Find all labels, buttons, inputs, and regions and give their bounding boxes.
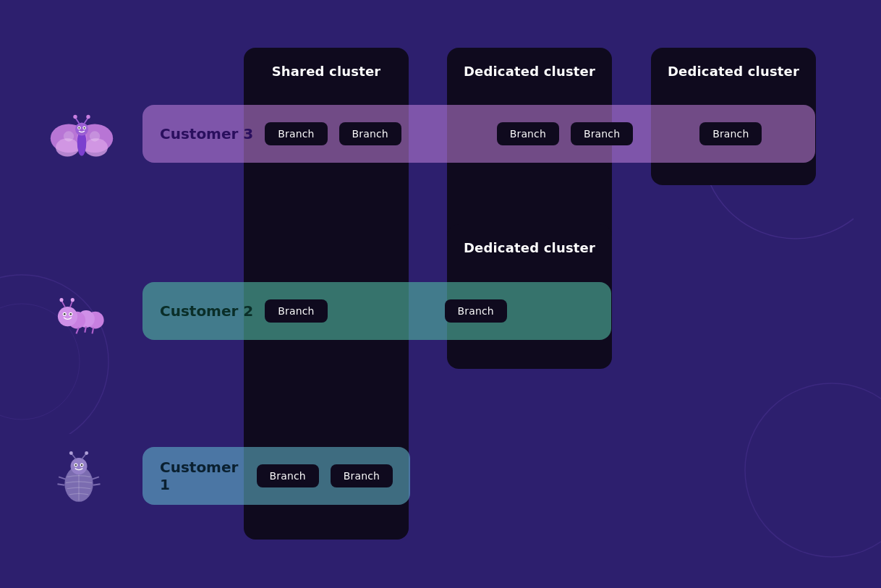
svg-line-43: [82, 453, 86, 459]
customer1-branch-2[interactable]: Branch: [331, 464, 393, 487]
svg-point-11: [75, 123, 88, 136]
svg-line-49: [93, 484, 101, 485]
butterfly-mascot: [49, 107, 114, 172]
svg-line-47: [57, 484, 64, 485]
svg-point-41: [81, 464, 82, 466]
customer3-row: Customer 3 Branch Branch Branch Branch B…: [142, 105, 815, 163]
dedicated-cluster-3-header: Dedicated cluster: [447, 224, 612, 268]
shared-cluster-header: Shared cluster: [244, 48, 409, 92]
svg-point-18: [73, 115, 77, 119]
customer2-branch-1[interactable]: Branch: [265, 299, 327, 323]
customer3-branch-3[interactable]: Branch: [497, 122, 559, 145]
svg-point-44: [69, 451, 73, 455]
svg-point-40: [75, 464, 77, 466]
svg-point-31: [71, 298, 75, 302]
svg-point-19: [86, 115, 90, 119]
customer1-branch-1[interactable]: Branch: [257, 464, 319, 487]
customer3-branch-2[interactable]: Branch: [339, 122, 401, 145]
svg-point-15: [84, 127, 85, 129]
svg-line-48: [92, 477, 99, 479]
svg-point-9: [90, 131, 100, 141]
svg-line-34: [93, 328, 94, 334]
customer3-label: Customer 3: [160, 125, 253, 142]
bug-mascot: [49, 448, 108, 508]
svg-point-37: [71, 458, 88, 474]
customer1-row: Customer 1 Branch Branch: [142, 447, 410, 505]
svg-point-14: [78, 127, 80, 129]
svg-line-42: [72, 453, 76, 459]
svg-point-27: [69, 313, 72, 315]
svg-line-46: [59, 477, 66, 479]
deco-circle-bottom-right: [723, 362, 881, 579]
customer3-branch-5[interactable]: Branch: [699, 122, 762, 145]
caterpillar-mascot: [49, 282, 111, 344]
customer3-branch-1[interactable]: Branch: [265, 122, 327, 145]
customer3-branch-4[interactable]: Branch: [571, 122, 633, 145]
svg-point-8: [64, 131, 74, 141]
svg-point-30: [59, 298, 63, 302]
customer2-branch-2[interactable]: Branch: [445, 299, 507, 323]
dedicated-cluster-1-header: Dedicated cluster: [447, 48, 612, 92]
diagram-scene: Shared cluster Dedicated cluster Dedicat…: [0, 0, 881, 588]
dedicated-cluster-2-header: Dedicated cluster: [651, 48, 816, 92]
customer2-row: Customer 2 Branch Branch: [142, 282, 611, 340]
svg-point-23: [58, 307, 77, 326]
svg-point-45: [85, 451, 88, 455]
customer1-label: Customer 1: [160, 459, 245, 493]
svg-point-26: [64, 313, 66, 315]
svg-point-3: [745, 383, 881, 557]
customer2-label: Customer 2: [160, 302, 253, 320]
